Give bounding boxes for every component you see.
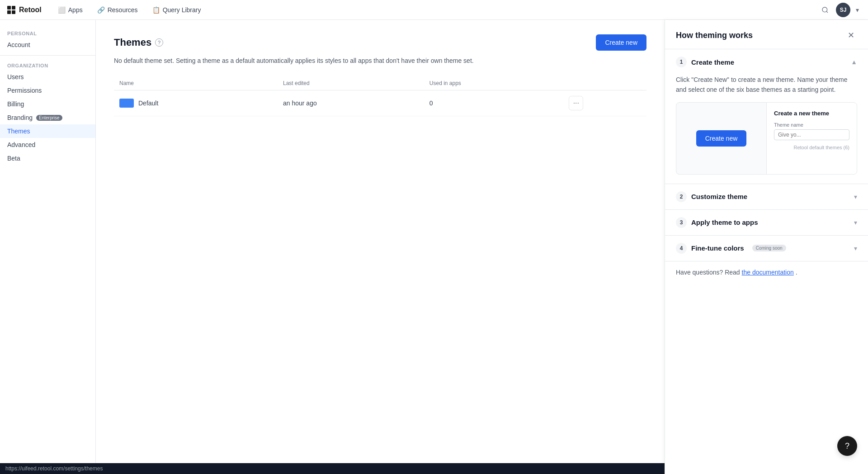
demo-field-label: Theme name [774,122,849,128]
more-options-button[interactable]: ··· [569,96,583,110]
nav-apps-label: Apps [68,6,83,14]
table-row: Default an hour ago 0 ··· [114,90,646,116]
search-button[interactable] [818,3,832,17]
org-section-label: Organization [0,59,95,70]
table-header: Name Last edited Used in apps [114,76,646,90]
theme-name-cell: Default [114,90,278,116]
page-header: Themes ? Create new [114,34,646,51]
close-panel-button[interactable]: ✕ [844,29,857,42]
documentation-link[interactable]: the documentation [742,269,794,276]
demo-right: Create a new theme Theme name Retool def… [766,103,857,174]
users-label: Users [7,73,24,81]
step-2-title: Customize theme [691,193,747,200]
sidebar-item-themes[interactable]: Themes [0,124,95,138]
step-1-description: Click "Create New" to create a new theme… [676,75,857,95]
step-1-header[interactable]: 1 Create theme ▲ [665,49,868,75]
step-3-header-left: 3 Apply theme to apps [676,217,758,228]
step-3-number: 3 [676,217,687,228]
theme-name[interactable]: Default [138,100,158,107]
footer-end: . [796,269,797,276]
sidebar-item-branding[interactable]: Branding Enterprise [0,111,95,124]
top-navigation: Retool ⬜ Apps 🔗 Resources 📋 Query Librar… [0,0,868,20]
sidebar-item-beta[interactable]: Beta [0,152,95,165]
sidebar-item-billing[interactable]: Billing [0,97,95,111]
nav-query-library[interactable]: 📋 Query Library [147,4,207,16]
demo-field-input[interactable] [774,129,849,140]
topnav-right: SJ ▾ [818,3,861,17]
sidebar: Personal Account Organization Users Perm… [0,20,96,463]
panel-title: How theming works [676,31,753,40]
theme-name-content: Default [119,99,272,108]
page-title-row: Themes ? [114,37,163,48]
table-body: Default an hour ago 0 ··· [114,90,646,116]
avatar[interactable]: SJ [836,3,850,17]
col-name: Name [114,76,278,90]
sidebar-item-permissions[interactable]: Permissions [0,84,95,97]
footer-text: Have questions? Read [676,269,742,276]
apps-icon: ⬜ [58,6,66,14]
step-1-demo: Create new Create a new theme Theme name… [676,102,857,175]
step-4-header[interactable]: 4 Fine-tune colors Coming soon ▾ [665,236,868,261]
theme-used-in-apps: 0 [424,90,563,116]
step-2-header-left: 2 Customize theme [676,191,747,202]
beta-label: Beta [7,155,20,162]
coming-soon-badge: Coming soon [752,245,786,251]
theme-last-edited: an hour ago [278,90,424,116]
nav-resources[interactable]: 🔗 Resources [92,4,143,16]
logo[interactable]: Retool [7,6,42,14]
resources-icon: 🔗 [97,6,105,14]
step-2-number: 2 [676,191,687,202]
help-icon[interactable]: ? [155,38,163,47]
logo-text: Retool [19,6,42,14]
demo-themes-label: Retool default themes (6) [774,145,849,150]
step-1-number: 1 [676,57,687,67]
step-2: 2 Customize theme ▾ [665,184,868,210]
step-1-chevron: ▲ [851,58,857,66]
svg-point-0 [822,7,827,12]
step-2-chevron: ▾ [854,193,857,200]
theme-actions-cell: ··· [563,90,646,116]
how-theming-panel: How theming works ✕ 1 Create theme ▲ Cli… [665,20,868,463]
nav-query-library-label: Query Library [163,6,201,14]
demo-left: Create new [676,123,766,154]
table-header-row: Name Last edited Used in apps [114,76,646,90]
sidebar-item-advanced[interactable]: Advanced [0,138,95,152]
user-menu-chevron[interactable]: ▾ [854,5,861,15]
page-title: Themes [114,37,151,48]
step-4-header-left: 4 Fine-tune colors Coming soon [676,243,786,254]
step-3-header[interactable]: 3 Apply theme to apps ▾ [665,210,868,235]
step-4-number: 4 [676,243,687,254]
help-fab-button[interactable]: ? [837,436,857,456]
create-new-button[interactable]: Create new [596,34,646,51]
demo-right-title: Create a new theme [774,110,849,117]
body-layout: Personal Account Organization Users Perm… [0,20,868,463]
account-label: Account [7,41,30,48]
permissions-label: Permissions [7,87,42,94]
step-1: 1 Create theme ▲ Click "Create New" to c… [665,49,868,184]
step-3-chevron: ▾ [854,219,857,226]
step-2-header[interactable]: 2 Customize theme ▾ [665,184,868,209]
query-library-icon: 📋 [152,6,160,14]
sidebar-item-users[interactable]: Users [0,70,95,84]
demo-create-button[interactable]: Create new [696,130,747,147]
step-1-content: Click "Create New" to create a new theme… [665,75,868,184]
col-last-edited: Last edited [278,76,424,90]
branding-label: Branding [7,114,33,121]
logo-icon [7,6,15,14]
notice-text: No default theme set. Setting a theme as… [114,56,646,66]
status-url: https://uifeed.retool.com/settings/theme… [5,465,103,472]
sidebar-divider [0,55,95,56]
billing-label: Billing [7,100,24,108]
theme-color-swatch [119,99,134,108]
nav-apps[interactable]: ⬜ Apps [52,4,88,16]
panel-header: How theming works ✕ [665,20,868,49]
col-actions [563,76,646,90]
themes-table: Name Last edited Used in apps Default an… [114,76,646,116]
enterprise-badge: Enterprise [36,115,62,121]
step-1-header-left: 1 Create theme [676,57,734,67]
step-3: 3 Apply theme to apps ▾ [665,210,868,236]
step-4-title: Fine-tune colors [691,244,744,252]
panel-footer: Have questions? Read the documentation . [665,261,868,283]
step-1-title: Create theme [691,58,734,66]
sidebar-item-account[interactable]: Account [0,38,95,52]
